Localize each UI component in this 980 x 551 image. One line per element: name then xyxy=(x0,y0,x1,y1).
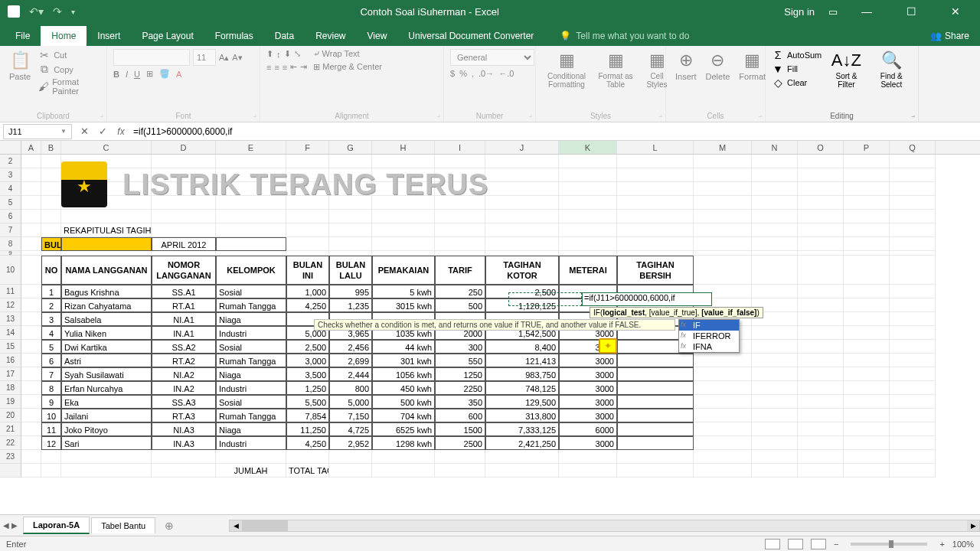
cell[interactable] xyxy=(617,354,694,367)
cell[interactable]: IN.A2 xyxy=(152,381,216,395)
cut-button[interactable]: ✂Cut xyxy=(38,49,100,61)
cell[interactable] xyxy=(798,381,844,395)
cell[interactable]: 4,250 xyxy=(286,298,329,312)
cell[interactable] xyxy=(216,223,286,237)
cell[interactable]: 2500 xyxy=(435,436,485,450)
cell[interactable] xyxy=(372,210,435,223)
align-top-icon[interactable]: ⬆ xyxy=(266,49,273,59)
cell[interactable]: 12 xyxy=(41,436,61,450)
cell[interactable]: Erfan Nurcahya xyxy=(61,381,152,395)
cell[interactable] xyxy=(844,237,890,251)
cell[interactable] xyxy=(844,354,890,367)
signin-link[interactable]: Sign in xyxy=(784,6,815,18)
cell[interactable]: Yulia Niken xyxy=(61,326,152,340)
cell[interactable]: 1298 kwh xyxy=(372,436,435,450)
row-header[interactable]: 19 xyxy=(0,395,21,409)
cell[interactable] xyxy=(752,450,798,464)
cell[interactable] xyxy=(41,223,61,237)
cell[interactable] xyxy=(61,450,152,464)
cell[interactable] xyxy=(844,312,890,326)
row-header[interactable]: 2 xyxy=(0,155,21,168)
cell[interactable] xyxy=(890,155,936,168)
cell[interactable] xyxy=(752,436,798,450)
autosum-button[interactable]: ΣAutoSum xyxy=(772,49,822,61)
cell[interactable]: Eka xyxy=(61,395,152,409)
fill-color-button[interactable]: 🪣 xyxy=(159,69,170,79)
cell[interactable] xyxy=(844,285,890,298)
cell[interactable]: Salsabela xyxy=(61,312,152,326)
cond-format-button[interactable]: ▦Conditional Formatting xyxy=(542,49,591,90)
cell[interactable] xyxy=(372,223,435,237)
cell[interactable]: 350 xyxy=(435,395,485,409)
row-header[interactable]: 17 xyxy=(0,367,21,381)
cell[interactable] xyxy=(798,340,844,354)
fill-button[interactable]: ▼Fill xyxy=(772,63,822,75)
tab-data[interactable]: Data xyxy=(264,26,305,46)
cell[interactable]: 1,235 xyxy=(329,298,372,312)
cell[interactable] xyxy=(798,237,844,251)
cell[interactable] xyxy=(890,196,936,210)
row-header[interactable]: 23 xyxy=(0,450,21,464)
cell[interactable] xyxy=(694,237,752,251)
cell[interactable] xyxy=(694,409,752,422)
cell[interactable] xyxy=(617,450,694,464)
cell[interactable]: 450 kwh xyxy=(372,381,435,395)
cell[interactable] xyxy=(752,395,798,409)
cell[interactable] xyxy=(844,381,890,395)
cell[interactable]: Niaga xyxy=(216,367,286,381)
cell[interactable] xyxy=(286,237,329,251)
cell[interactable] xyxy=(41,155,61,168)
cell[interactable] xyxy=(617,237,694,251)
cell[interactable]: 1 xyxy=(41,285,61,298)
cell[interactable] xyxy=(21,285,41,298)
cell[interactable]: 7,333,125 xyxy=(485,422,559,436)
increase-font-icon[interactable]: A▴ xyxy=(219,53,229,63)
cell[interactable]: REKAPITULASI TAGIHAN LISTRIK xyxy=(61,223,152,237)
col-M[interactable]: M xyxy=(694,141,752,154)
maximize-button[interactable]: ☐ xyxy=(896,5,926,18)
cell[interactable]: 313,800 xyxy=(485,409,559,422)
cell[interactable]: Sosial xyxy=(216,285,286,298)
sheet-nav[interactable]: ◀ ▶ xyxy=(3,521,18,530)
cell[interactable] xyxy=(617,182,694,196)
cell[interactable] xyxy=(844,155,890,168)
cell[interactable]: 3000 xyxy=(559,354,617,367)
cell[interactable] xyxy=(559,210,617,223)
cell[interactable]: 2 xyxy=(41,298,61,312)
cell[interactable]: 2250 xyxy=(435,381,485,395)
cell[interactable] xyxy=(21,182,41,196)
cell[interactable] xyxy=(152,223,216,237)
cell[interactable]: 3000 xyxy=(559,395,617,409)
cell[interactable]: 4,725 xyxy=(329,422,372,436)
cell[interactable] xyxy=(890,436,936,450)
cell[interactable] xyxy=(844,298,890,312)
cell[interactable] xyxy=(21,381,41,395)
cell[interactable]: 1,250 xyxy=(286,381,329,395)
cell[interactable] xyxy=(798,422,844,436)
cell[interactable] xyxy=(21,340,41,354)
tab-udc[interactable]: Universal Document Converter xyxy=(397,26,544,46)
cell[interactable]: 800 xyxy=(329,381,372,395)
cell[interactable] xyxy=(890,395,936,409)
cell[interactable] xyxy=(21,409,41,422)
insert-cells-button[interactable]: ⊕Insert xyxy=(672,49,700,83)
zoom-slider[interactable] xyxy=(851,543,927,546)
row-header[interactable]: 22 xyxy=(0,436,21,450)
cell[interactable] xyxy=(435,223,485,237)
cell[interactable] xyxy=(617,210,694,223)
orientation-icon[interactable]: ⤡ xyxy=(294,49,301,59)
cell[interactable] xyxy=(752,326,798,340)
cell[interactable]: 7,854 xyxy=(286,409,329,422)
cell[interactable] xyxy=(798,196,844,210)
cell[interactable]: Rizan Cahyatama xyxy=(61,298,152,312)
cell[interactable] xyxy=(372,450,435,464)
cell[interactable] xyxy=(694,367,752,381)
cell[interactable]: 983,750 xyxy=(485,367,559,381)
paste-button[interactable]: 📋 Paste xyxy=(6,49,34,96)
cell[interactable]: Industri xyxy=(216,326,286,340)
cell[interactable]: Niaga xyxy=(216,422,286,436)
undo-icon[interactable]: ↶▾ xyxy=(29,5,44,18)
cell[interactable] xyxy=(21,436,41,450)
cell[interactable] xyxy=(41,168,61,182)
cell[interactable]: 11,250 xyxy=(286,422,329,436)
